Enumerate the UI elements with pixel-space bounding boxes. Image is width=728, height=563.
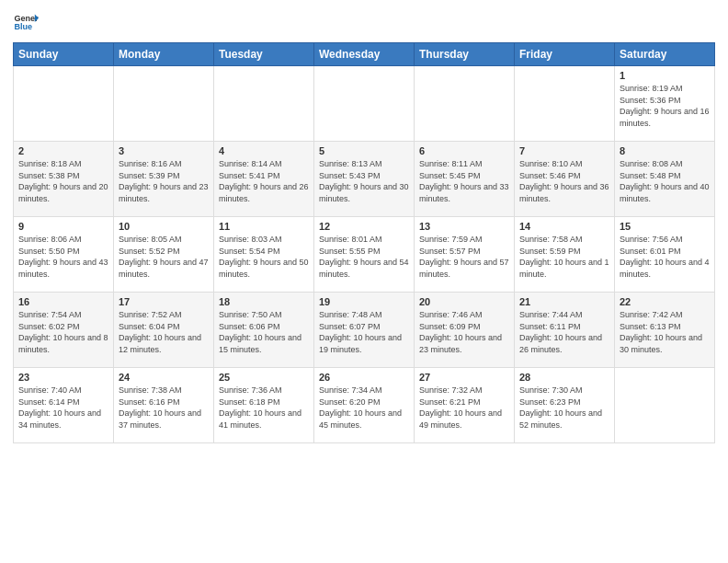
calendar-cell: 7Sunrise: 8:10 AM Sunset: 5:46 PM Daylig… (515, 142, 615, 217)
calendar-cell: 22Sunrise: 7:42 AM Sunset: 6:13 PM Dayli… (615, 293, 715, 368)
calendar-cell: 16Sunrise: 7:54 AM Sunset: 6:02 PM Dayli… (14, 293, 114, 368)
calendar-cell: 27Sunrise: 7:32 AM Sunset: 6:21 PM Dayli… (415, 368, 515, 443)
calendar: SundayMondayTuesdayWednesdayThursdayFrid… (13, 42, 715, 443)
calendar-cell (214, 66, 314, 142)
day-number: 3 (119, 145, 209, 156)
calendar-cell: 14Sunrise: 7:58 AM Sunset: 5:59 PM Dayli… (515, 217, 615, 293)
day-info: Sunrise: 7:40 AM Sunset: 6:14 PM Dayligh… (18, 385, 108, 431)
day-number: 11 (219, 221, 309, 232)
day-number: 9 (18, 221, 108, 232)
week-row-2: 2Sunrise: 8:18 AM Sunset: 5:38 PM Daylig… (14, 142, 715, 217)
day-number: 6 (419, 145, 509, 156)
weekday-header-row: SundayMondayTuesdayWednesdayThursdayFrid… (14, 43, 715, 66)
weekday-monday: Monday (114, 43, 214, 66)
calendar-cell: 13Sunrise: 7:59 AM Sunset: 5:57 PM Dayli… (415, 217, 515, 293)
svg-text:Blue: Blue (14, 22, 32, 31)
day-info: Sunrise: 8:16 AM Sunset: 5:39 PM Dayligh… (119, 158, 209, 204)
week-row-5: 23Sunrise: 7:40 AM Sunset: 6:14 PM Dayli… (14, 368, 715, 443)
day-info: Sunrise: 8:03 AM Sunset: 5:54 PM Dayligh… (219, 234, 309, 280)
day-info: Sunrise: 8:18 AM Sunset: 5:38 PM Dayligh… (18, 158, 108, 204)
calendar-cell (314, 66, 415, 142)
calendar-cell: 21Sunrise: 7:44 AM Sunset: 6:11 PM Dayli… (515, 293, 615, 368)
day-info: Sunrise: 7:58 AM Sunset: 5:59 PM Dayligh… (519, 234, 609, 280)
calendar-cell: 5Sunrise: 8:13 AM Sunset: 5:43 PM Daylig… (314, 142, 415, 217)
day-info: Sunrise: 7:52 AM Sunset: 6:04 PM Dayligh… (119, 309, 209, 355)
calendar-cell: 25Sunrise: 7:36 AM Sunset: 6:18 PM Dayli… (214, 368, 314, 443)
day-info: Sunrise: 7:38 AM Sunset: 6:16 PM Dayligh… (119, 385, 209, 431)
calendar-cell: 23Sunrise: 7:40 AM Sunset: 6:14 PM Dayli… (14, 368, 114, 443)
day-info: Sunrise: 7:44 AM Sunset: 6:11 PM Dayligh… (519, 309, 609, 355)
day-number: 8 (620, 145, 710, 156)
day-info: Sunrise: 8:13 AM Sunset: 5:43 PM Dayligh… (319, 158, 409, 204)
day-info: Sunrise: 7:48 AM Sunset: 6:07 PM Dayligh… (319, 309, 409, 355)
weekday-tuesday: Tuesday (214, 43, 314, 66)
day-number: 28 (519, 372, 609, 383)
day-info: Sunrise: 7:46 AM Sunset: 6:09 PM Dayligh… (419, 309, 509, 355)
calendar-cell (114, 66, 214, 142)
week-row-3: 9Sunrise: 8:06 AM Sunset: 5:50 PM Daylig… (14, 217, 715, 293)
day-info: Sunrise: 7:34 AM Sunset: 6:20 PM Dayligh… (319, 385, 409, 431)
calendar-cell: 6Sunrise: 8:11 AM Sunset: 5:45 PM Daylig… (415, 142, 515, 217)
calendar-cell: 10Sunrise: 8:05 AM Sunset: 5:52 PM Dayli… (114, 217, 214, 293)
day-info: Sunrise: 8:10 AM Sunset: 5:46 PM Dayligh… (519, 158, 609, 204)
calendar-cell: 17Sunrise: 7:52 AM Sunset: 6:04 PM Dayli… (114, 293, 214, 368)
weekday-wednesday: Wednesday (314, 43, 415, 66)
logo-icon: General Blue (13, 9, 39, 35)
calendar-cell: 26Sunrise: 7:34 AM Sunset: 6:20 PM Dayli… (314, 368, 415, 443)
calendar-cell (615, 368, 715, 443)
calendar-cell: 20Sunrise: 7:46 AM Sunset: 6:09 PM Dayli… (415, 293, 515, 368)
calendar-cell: 3Sunrise: 8:16 AM Sunset: 5:39 PM Daylig… (114, 142, 214, 217)
day-number: 15 (620, 221, 710, 232)
weekday-thursday: Thursday (415, 43, 515, 66)
calendar-cell: 18Sunrise: 7:50 AM Sunset: 6:06 PM Dayli… (214, 293, 314, 368)
weekday-sunday: Sunday (14, 43, 114, 66)
logo: General Blue (13, 9, 39, 35)
day-number: 19 (319, 296, 409, 307)
day-number: 27 (419, 372, 509, 383)
week-row-1: 1Sunrise: 8:19 AM Sunset: 5:36 PM Daylig… (14, 66, 715, 142)
calendar-cell: 19Sunrise: 7:48 AM Sunset: 6:07 PM Dayli… (314, 293, 415, 368)
calendar-cell: 28Sunrise: 7:30 AM Sunset: 6:23 PM Dayli… (515, 368, 615, 443)
day-number: 7 (519, 145, 609, 156)
day-number: 10 (119, 221, 209, 232)
day-info: Sunrise: 8:11 AM Sunset: 5:45 PM Dayligh… (419, 158, 509, 204)
day-info: Sunrise: 8:01 AM Sunset: 5:55 PM Dayligh… (319, 234, 409, 280)
day-info: Sunrise: 7:59 AM Sunset: 5:57 PM Dayligh… (419, 234, 509, 280)
day-info: Sunrise: 7:56 AM Sunset: 6:01 PM Dayligh… (620, 234, 710, 280)
week-row-4: 16Sunrise: 7:54 AM Sunset: 6:02 PM Dayli… (14, 293, 715, 368)
calendar-cell (515, 66, 615, 142)
calendar-cell: 9Sunrise: 8:06 AM Sunset: 5:50 PM Daylig… (14, 217, 114, 293)
calendar-cell: 11Sunrise: 8:03 AM Sunset: 5:54 PM Dayli… (214, 217, 314, 293)
calendar-cell: 4Sunrise: 8:14 AM Sunset: 5:41 PM Daylig… (214, 142, 314, 217)
day-number: 2 (18, 145, 108, 156)
day-info: Sunrise: 8:06 AM Sunset: 5:50 PM Dayligh… (18, 234, 108, 280)
day-info: Sunrise: 7:50 AM Sunset: 6:06 PM Dayligh… (219, 309, 309, 355)
day-number: 12 (319, 221, 409, 232)
calendar-cell: 24Sunrise: 7:38 AM Sunset: 6:16 PM Dayli… (114, 368, 214, 443)
day-info: Sunrise: 8:19 AM Sunset: 5:36 PM Dayligh… (620, 83, 710, 129)
day-number: 1 (620, 70, 710, 81)
calendar-cell: 12Sunrise: 8:01 AM Sunset: 5:55 PM Dayli… (314, 217, 415, 293)
weekday-saturday: Saturday (615, 43, 715, 66)
day-number: 16 (18, 296, 108, 307)
day-number: 22 (620, 296, 710, 307)
day-number: 17 (119, 296, 209, 307)
day-info: Sunrise: 7:36 AM Sunset: 6:18 PM Dayligh… (219, 385, 309, 431)
day-number: 26 (319, 372, 409, 383)
calendar-cell: 2Sunrise: 8:18 AM Sunset: 5:38 PM Daylig… (14, 142, 114, 217)
calendar-cell: 15Sunrise: 7:56 AM Sunset: 6:01 PM Dayli… (615, 217, 715, 293)
calendar-cell (14, 66, 114, 142)
day-number: 13 (419, 221, 509, 232)
day-number: 25 (219, 372, 309, 383)
day-info: Sunrise: 8:05 AM Sunset: 5:52 PM Dayligh… (119, 234, 209, 280)
day-number: 4 (219, 145, 309, 156)
page: General Blue SundayMondayTuesdayWednesda… (0, 0, 728, 563)
day-number: 24 (119, 372, 209, 383)
day-info: Sunrise: 8:14 AM Sunset: 5:41 PM Dayligh… (219, 158, 309, 204)
calendar-cell: 8Sunrise: 8:08 AM Sunset: 5:48 PM Daylig… (615, 142, 715, 217)
header: General Blue (13, 9, 715, 35)
day-number: 20 (419, 296, 509, 307)
day-info: Sunrise: 7:32 AM Sunset: 6:21 PM Dayligh… (419, 385, 509, 431)
day-info: Sunrise: 7:42 AM Sunset: 6:13 PM Dayligh… (620, 309, 710, 355)
calendar-cell (415, 66, 515, 142)
